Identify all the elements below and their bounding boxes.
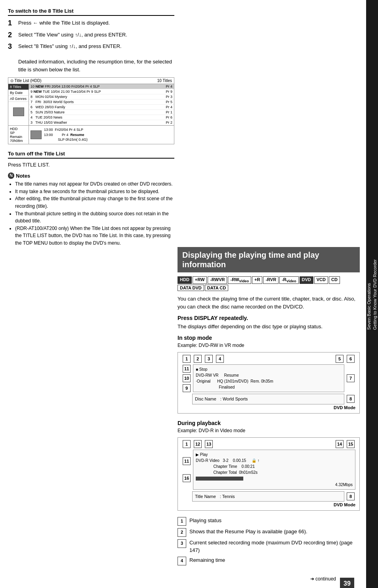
step-text-2: Select "Title View" using ↑/↓, and press… [18,31,174,39]
table-row: 6 WED 28/03 FamilyPr 4 [29,105,174,110]
sidebar-bydate[interactable]: By Date [8,90,29,96]
legend-text-4: Remaining time [189,557,225,564]
legend-text-1: Playing status [189,517,221,525]
step-text-3: Select "8 Titles" using ↑/↓, and press E… [18,42,174,73]
disc-name-box: Disc Name : World Sports [192,394,344,404]
diag-num-pb-16: 16 [183,474,191,482]
disc-name-label: Disc Name [195,396,216,402]
badge-grid: HDD +RW -RWVR -RWVideo +R -RVR -RVideo D… [178,276,360,291]
sidebar-8titles[interactable]: 8 Titles [8,84,29,90]
disc-name-value: : World Sports [220,396,248,402]
legend-num-2: 2 [178,528,186,537]
notes-section: ℕ Notes The title names may not appear f… [8,172,174,247]
legend-text-3: Current selected recording mode (maximum… [189,539,360,554]
diag-num-7: 7 [347,374,355,382]
step-2: 2 Select "Title View" using ↑/↓, and pre… [8,31,174,40]
stop-mode-info: ■ Stop DVD-RW VR Resume ·Original HQ (1h… [193,364,344,392]
bitrate: 4.32Mbps [196,482,353,488]
legend-num-3: 3 [178,539,186,548]
list-item: The thumbnail picture setting in the dub… [15,210,174,225]
turn-off-section: To turn off the Title List Press TITLE L… [8,151,174,168]
title-name-box: Title Name : Tennis [192,491,344,502]
legend-num-4: 4 [178,557,186,565]
stop-mode-title: In stop mode [178,335,360,341]
diag-num-10: 10 [183,374,191,382]
legend-text-2: Shows that the Resume Play is available … [189,528,307,536]
diag-num-pb-8: 8 [347,492,355,500]
turn-off-title: To turn off the Title List [8,151,174,159]
title-name-value: : Tennis [220,493,235,500]
diag-num-pb-12: 12 [194,440,202,448]
footer-hdd-info: HDDSPRemain70h08m [8,126,29,144]
dvd-mode-pb: DVD Mode [180,502,357,508]
step-number-2: 2 [8,31,17,40]
title-list-header: ⊙ Title List (HDD) 10 Titles [8,78,174,84]
diag-num-3: 3 [205,355,213,363]
title-list-header-right: 10 Titles [157,79,172,83]
diag-num-pb-15: 15 [347,440,355,448]
notes-title: ℕ Notes [8,172,174,179]
sidebar-line-1: Seven Basic Operations [366,259,372,330]
main-title: Displaying the playing time and play inf… [182,250,355,269]
step-number-1: 1 [8,19,17,28]
title-list-body: 8 Titles By Date All Genres 10 NEW FRI 2… [8,84,174,125]
footer-thumbnail [31,130,42,139]
table-row: 4 TUE 20/03 NewsPr 6 [29,115,174,120]
badge-plusr: +R [252,276,262,284]
badge-vcd: VCD [314,276,328,284]
title-list-rows: 10 NEW FRI 20/04 13:00 Fri20/04 Pr 4 SLP… [29,84,174,125]
turn-off-text: Press TITLE LIST. [8,162,174,168]
diag-num-2: 2 [194,355,202,363]
legend-list: 1 Playing status 2 Shows that the Resume… [178,517,360,565]
title-list-footer: HDDSPRemain70h08m 13:00 Fri20/04 Pr 4 SL… [8,125,174,144]
title-name-label: Title Name [195,493,216,500]
diag-num-9: 9 [183,384,191,392]
title-list-header-left: ⊙ Title List (HDD) [10,79,42,83]
stop-mode-diagram: 1 2 3 4 5 6 [178,352,360,414]
legend-item-3: 3 Current selected recording mode (maxim… [178,539,360,554]
sidebar: Seven Basic Operations Getting to Know Y… [366,0,378,588]
sidebar-allgenres[interactable]: All Genres [8,96,29,102]
title-list-screenshot: ⊙ Title List (HDD) 10 Titles 8 Titles By… [8,77,174,144]
footer-details: 13:00 Fri20/04 Pr 4 SLP 13:00 Pr 4 Resum… [44,127,88,142]
playback-diagram: 1 12 13 14 15 [178,437,360,511]
badge-hdd: HDD [178,276,192,284]
playback-info: ▶ Play DVD-R Video 3-2 0.00.15 🔒 ↑ Chapt… [193,450,355,490]
right-header: Displaying the playing time and play inf… [178,247,360,272]
stop-mode-section: In stop mode Example: DVD-RW in VR mode … [178,335,360,414]
table-row: 5 SUN 25/03 NaturePr 1 [29,110,174,115]
dvd-mode-stop: DVD Mode [180,404,357,411]
table-row: 10 NEW FRI 20/04 13:00 Fri20/04 Pr 4 SLP… [29,84,174,89]
playback-section: During playback Example: DVD-R in Video … [178,420,360,511]
legend-item-1: 1 Playing status [178,517,360,526]
list-item: After editing, the title thumbnail pictu… [15,195,174,210]
badge-plusrw: +RW [193,276,207,284]
diag-num-11: 11 [183,365,191,373]
badge-minusrwvideo: -RWVideo [228,276,251,284]
press-display-title: Press DISPLAY repeatedly. [178,315,360,321]
table-row: 9 NEW TUE 10/04 21:00 Tue10/04 Pr 9 SLPP… [29,89,174,94]
table-row: 8 MON 02/04 MysteryPr 3 [29,94,174,100]
progress-bar [196,477,243,481]
title-list-sidebar: 8 Titles By Date All Genres [8,84,29,125]
legend-item-2: 2 Shows that the Resume Play is availabl… [178,528,360,537]
diag-num-pb-13: 13 [205,440,213,448]
legend-item-4: 4 Remaining time [178,557,360,565]
intro-text: You can check the playing time of the cu… [178,295,360,311]
step-3: 3 Select "8 Titles" using ↑/↓, and press… [8,42,174,73]
badge-datacd: DATA CD [205,285,228,291]
diag-num-pb-1: 1 [183,440,191,448]
badge-dvd: DVD [300,276,313,284]
switch-title: To switch to the 8 Title List [8,8,174,16]
diag-num-1: 1 [183,355,191,363]
playback-example: Example: DVD-R in Video mode [178,428,360,433]
list-item: (RDR-AT100/AT200 only) When the Title Li… [15,225,174,247]
legend-num-1: 1 [178,517,186,526]
diag-num-pb-14: 14 [336,440,344,448]
badge-cd: CD [329,276,340,284]
diag-num-4: 4 [216,355,224,363]
badge-datadvd: DATA DVD [178,285,204,291]
badge-minusrvr: -RVR [263,276,279,284]
badge-minusrwvr: -RWVR [208,276,227,284]
diag-num-pb-11: 11 [183,457,191,465]
